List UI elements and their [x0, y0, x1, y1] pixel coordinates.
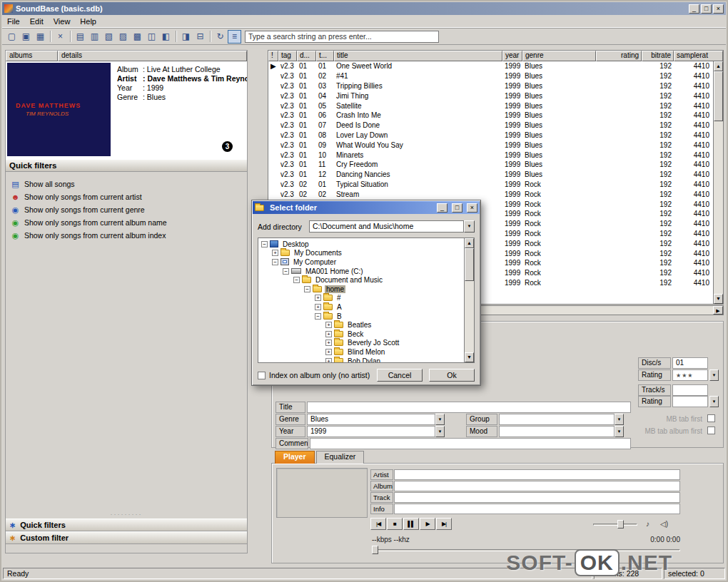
scroll-right-icon[interactable]: ▶ — [713, 306, 723, 315]
song-row[interactable]: v2.30102#411999Blues1924410 — [268, 71, 713, 81]
song-row[interactable]: v2.30106Crash Into Me1999Blues1924410 — [268, 111, 713, 121]
search-input[interactable] — [245, 31, 439, 43]
seek-thumb[interactable] — [372, 546, 378, 554]
scrollbar-thumb[interactable] — [714, 71, 723, 121]
song-row[interactable]: v2.30107Deed Is Done1999Blues1924410 — [268, 121, 713, 131]
tree-item[interactable]: +Beck — [260, 330, 464, 339]
tree-item-label[interactable]: B — [335, 312, 343, 320]
next-button[interactable]: ▶| — [436, 518, 452, 530]
column-header-rating[interactable]: rating — [596, 51, 642, 61]
tracks-field[interactable] — [672, 384, 708, 396]
tree-item[interactable]: −MA001 Home (C:) — [260, 267, 464, 276]
column-header-year[interactable]: year — [502, 51, 522, 61]
new-database-icon[interactable]: ▢ — [5, 30, 19, 44]
column-header-samplerate[interactable]: samplerat — [674, 51, 723, 61]
column-header-tag[interactable]: tag — [278, 51, 297, 61]
mb-tab-first-checkbox[interactable] — [707, 414, 715, 422]
tree-item[interactable]: +Blind Melon — [260, 347, 464, 357]
speaker-icon[interactable]: ◁) — [660, 520, 668, 528]
column-header-title[interactable]: title — [334, 51, 502, 61]
expand-icon[interactable]: + — [315, 295, 321, 301]
pause-button[interactable]: ▌▌ — [403, 518, 419, 530]
tree-item-label[interactable]: MA001 Home (C:) — [304, 267, 365, 275]
song-row[interactable]: v2.30104Jimi Thing1999Blues1924410 — [268, 91, 713, 101]
previous-button[interactable]: |◀ — [370, 518, 386, 530]
mood-field[interactable] — [499, 426, 615, 437]
seek-slider[interactable] — [372, 545, 680, 555]
expand-icon[interactable]: + — [325, 349, 332, 355]
dialog-maximize-button[interactable]: □ — [452, 203, 462, 213]
tree-item-label[interactable]: Document and Music — [314, 276, 384, 284]
song-row[interactable]: ▶v2.30101One Sweet World1999Blues1924410 — [268, 61, 713, 71]
path-dropdown-icon[interactable]: ▼ — [464, 220, 475, 233]
tree-scroll-up-icon[interactable]: ▲ — [465, 238, 474, 248]
collapse-icon[interactable]: − — [315, 313, 321, 320]
tree-item[interactable]: −Document and Music — [260, 275, 464, 285]
panel-resize-grip[interactable]: ········· — [6, 511, 247, 519]
expand-icon[interactable]: + — [325, 358, 332, 362]
index-album-only-checkbox[interactable] — [258, 372, 266, 379]
tree-item-label[interactable]: Desktop — [281, 240, 310, 248]
filter-toggle-icon[interactable]: ≡ — [228, 30, 241, 44]
scrollbar-track[interactable] — [714, 121, 723, 294]
genre-field[interactable]: Blues — [307, 414, 435, 425]
group-field[interactable] — [499, 414, 615, 425]
expand-icon[interactable]: + — [315, 304, 321, 310]
view-songs-icon[interactable]: ▥ — [88, 30, 101, 44]
view-albums-icon[interactable]: ▤ — [74, 30, 87, 44]
note-icon[interactable]: ♪ — [646, 520, 649, 528]
quick-filters-bar[interactable]: ∗Quick filters — [6, 519, 247, 531]
collapse-icon[interactable]: − — [283, 268, 289, 275]
play-button[interactable]: ▶ — [420, 518, 435, 530]
directory-path-input[interactable]: C:\Document and Music\home — [309, 220, 464, 233]
column-header-indicator[interactable]: ! — [268, 51, 278, 61]
collapse-icon[interactable]: − — [261, 241, 268, 247]
expand-icon[interactable]: + — [325, 340, 332, 346]
tree-item-label[interactable]: Blind Melon — [346, 348, 386, 356]
album-art[interactable]: DAVE MATTHEWS TIM REYNOLDS — [7, 63, 111, 156]
player-field-value[interactable] — [394, 481, 680, 491]
tab-player[interactable]: Player — [275, 451, 315, 464]
tree-item[interactable]: −My Computer — [260, 257, 464, 267]
genre-dropdown-icon[interactable]: ▼ — [435, 414, 445, 425]
quick-filter-item[interactable]: ◉Show only songs from current album name — [7, 216, 246, 229]
column-header-track[interactable]: t... — [316, 51, 334, 61]
tree-item-label[interactable]: A — [335, 303, 343, 311]
view-details-icon[interactable]: ▧ — [102, 30, 116, 44]
song-row[interactable]: v2.30108Lover Lay Down1999Blues1924410 — [268, 131, 713, 141]
quick-filter-item[interactable]: ☻Show only songs from current artist — [7, 190, 246, 203]
tree-item[interactable]: −Desktop — [260, 240, 464, 249]
tree-item[interactable]: +Bob Dylan — [260, 357, 464, 362]
song-row[interactable]: v2.30202Stream1999Rock1924410 — [268, 189, 713, 199]
song-row[interactable]: v2.30109What Would You Say1999Blues19244… — [268, 140, 713, 150]
tree-item[interactable]: −B — [260, 312, 464, 321]
song-row[interactable]: v2.30103Tripping Billies1999Blues1924410 — [268, 81, 713, 91]
vertical-scrollbar[interactable]: ▲ ▼ — [713, 61, 723, 304]
mood-dropdown-icon[interactable]: ▼ — [615, 426, 624, 437]
tree-item[interactable]: +Beverly Jo Scott — [260, 339, 464, 348]
tree-scrollbar-track[interactable] — [465, 281, 474, 352]
tree-item-label[interactable]: Beverly Jo Scott — [346, 339, 400, 347]
volume-thumb[interactable] — [617, 520, 624, 529]
maximize-button[interactable]: □ — [701, 4, 712, 14]
scroll-up-icon[interactable]: ▲ — [714, 61, 723, 71]
tab-equalizer[interactable]: Equalizer — [316, 451, 365, 464]
view-list-icon[interactable]: ▨ — [116, 30, 130, 44]
menu-help[interactable]: Help — [75, 16, 101, 27]
tree-item-label[interactable]: # — [335, 294, 343, 302]
quick-filter-item[interactable]: ◉Show only songs from current album inde… — [7, 229, 246, 242]
rating2-field[interactable] — [672, 396, 708, 407]
albums-column-header[interactable]: albums — [6, 51, 58, 61]
volume-slider[interactable] — [593, 519, 637, 529]
close-button[interactable]: × — [713, 4, 724, 14]
view-split-icon[interactable]: ◧ — [159, 30, 173, 44]
quick-filter-item[interactable]: ▤Show all songs — [7, 178, 246, 190]
open-database-icon[interactable]: ▣ — [19, 30, 33, 44]
title-field[interactable] — [307, 402, 631, 413]
discs-field[interactable]: 01 — [672, 357, 708, 369]
dialog-close-button[interactable]: × — [467, 203, 477, 213]
ok-button[interactable]: Ok — [429, 369, 475, 382]
tree-scrollbar[interactable]: ▲ ▼ — [464, 238, 474, 362]
tree-item-label[interactable]: home — [325, 285, 345, 293]
tree-item[interactable]: +A — [260, 302, 464, 312]
